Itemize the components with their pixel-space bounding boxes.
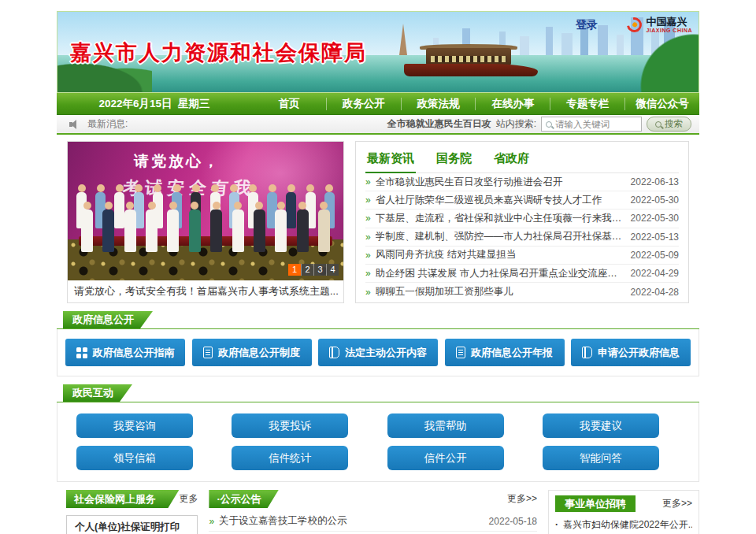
double-arrow-icon: » xyxy=(365,176,371,187)
complaint-button[interactable]: 我要投诉 xyxy=(232,413,348,438)
double-arrow-icon: » xyxy=(365,287,371,298)
tab-latest-news[interactable]: 最新资讯 xyxy=(365,146,416,173)
recruitment-title: 事业单位招聘 xyxy=(555,495,636,512)
social-insurance-title: 社会保险网上服务大厅 xyxy=(66,490,179,508)
news-list: »全市稳就业惠民生百日攻坚行动推进会召开2022-06-13 »省人社厅陈荣华二… xyxy=(365,173,679,301)
section-title: 政府信息公开 xyxy=(63,311,153,328)
more-link[interactable]: 更多>> xyxy=(507,492,537,506)
speaker-icon xyxy=(69,120,81,129)
more-link[interactable]: 更多>> xyxy=(662,497,692,510)
social-insurance-column: 社会保险网上服务大厅 更多 个人(单位)社保证明打印 办事指南 xyxy=(66,490,198,534)
site-title: 嘉兴市人力资源和社会保障局 xyxy=(70,39,367,67)
recruitment-column: 事业单位招聘 更多>> 嘉兴市妇幼保健院2022年公开... 2022年嘉兴市属… xyxy=(548,490,699,534)
photo-banner-line1: 请党放心， xyxy=(134,151,220,172)
search-icon xyxy=(655,121,662,128)
double-arrow-icon: » xyxy=(365,195,371,206)
disclosure-system-button[interactable]: 政府信息公开制度 xyxy=(192,339,312,366)
double-arrow-icon: » xyxy=(365,232,371,243)
people-front-row xyxy=(80,202,331,252)
double-arrow-icon: » xyxy=(365,268,371,279)
jiaxing-logo-icon xyxy=(624,14,645,35)
need-help-button[interactable]: 我需帮助 xyxy=(387,413,504,438)
logo-title: 中国嘉兴 xyxy=(646,17,692,28)
annual-report-button[interactable]: 政府信息公开年报 xyxy=(445,339,565,366)
news-ticker-bar: 最新消息: 全市稳就业惠民生百日攻 站内搜索: 搜索 xyxy=(57,115,699,135)
news-tabs: 最新资讯 国务院 省政府 xyxy=(365,146,679,173)
trees-graphic xyxy=(637,31,699,92)
news-item[interactable]: »学制度、建机制、强防控——市人力社保局召开社保基金要情专题学习会2022-05… xyxy=(365,228,679,247)
jiaxing-logo[interactable]: 中国嘉兴 JIAXING CHINA xyxy=(627,17,692,33)
tab-state-council[interactable]: 国务院 xyxy=(435,146,473,172)
main-nav: 2022年6月15日 星期三 首页 政务公开 政策法规 在线办事 专题专栏 微信… xyxy=(57,93,699,115)
carousel-caption[interactable]: 请党放心，考试安全有我！首届嘉兴市人事考试系统主题... xyxy=(68,280,343,302)
notices-column: ·公示公告 更多>> »关于设立嘉善技工学校的公示2022-05-18 »关于公… xyxy=(209,490,537,534)
disclosure-guide-button[interactable]: 政府信息公开指南 xyxy=(65,339,185,366)
logo-subtitle: JIAXING CHINA xyxy=(646,28,692,33)
nav-item-policies[interactable]: 政策法规 xyxy=(401,98,476,110)
double-arrow-icon: » xyxy=(365,250,371,261)
ticker-label: 最新消息: xyxy=(87,117,128,131)
leader-mailbox-button[interactable]: 领导信箱 xyxy=(76,446,193,470)
statutory-disclosure-button[interactable]: 法定主动公开内容 xyxy=(318,339,438,366)
tab-provincial-gov[interactable]: 省政府 xyxy=(492,146,531,172)
news-item[interactable]: »下基层、走流程，省社保和就业中心主任项薇一行来我市调研“国统”上线情况2022… xyxy=(365,210,679,228)
pager-button[interactable]: 4 xyxy=(326,264,339,276)
news-item[interactable]: »全市稳就业惠民生百日攻坚行动推进会召开2022-06-13 xyxy=(365,173,679,191)
smart-qa-button[interactable]: 智能问答 xyxy=(543,446,659,470)
document-icon xyxy=(456,347,465,358)
book-icon xyxy=(582,347,592,358)
nav-item-home[interactable]: 首页 xyxy=(252,98,326,110)
recruitment-item[interactable]: 嘉兴市妇幼保健院2022年公开... xyxy=(555,512,692,532)
header-banner: 嘉兴市人力资源和社会保障局 登录 中国嘉兴 JIAXING CHINA xyxy=(57,11,699,93)
suggestion-button[interactable]: 我要建议 xyxy=(543,413,659,438)
carousel-photo: 请党放心， 考试安全有我 1 2 3 xyxy=(68,142,343,280)
consult-button[interactable]: 我要咨询 xyxy=(76,413,193,438)
carousel-pager: 1 2 3 4 xyxy=(288,264,339,276)
nav-date: 2022年6月15日 星期三 xyxy=(57,97,252,111)
section-title: 政民互动 xyxy=(63,384,132,402)
campaign-text: 全市稳就业惠民生百日攻 xyxy=(387,117,491,131)
more-link[interactable]: 更多 xyxy=(179,492,198,506)
pager-button[interactable]: 3 xyxy=(313,264,326,276)
news-item[interactable]: »聊聊五一假期加班工资那些事儿2022-04-28 xyxy=(365,283,679,301)
grid-icon xyxy=(76,347,87,358)
news-panel: 最新资讯 国务院 省政府 »全市稳就业惠民生百日攻坚行动推进会召开2022-06… xyxy=(355,141,689,303)
pager-button[interactable]: 2 xyxy=(301,264,313,276)
section-info-disclosure: 政府信息公开 政府信息公开指南 政府信息公开制度 法定主动公开内容 政府信息公开… xyxy=(57,311,699,376)
letter-stats-button[interactable]: 信件统计 xyxy=(232,446,348,470)
book-icon xyxy=(329,347,339,358)
letter-disclosure-button[interactable]: 信件公开 xyxy=(387,446,504,470)
double-arrow-icon: » xyxy=(365,213,371,224)
notices-title: ·公示公告 xyxy=(209,490,278,508)
section-interaction: 政民互动 我要咨询 我要投诉 我需帮助 我要建议 领导信箱 信件统计 信件公开 … xyxy=(57,384,699,482)
search-icon xyxy=(546,121,552,128)
photo-carousel[interactable]: 请党放心， 考试安全有我 1 2 3 xyxy=(67,141,344,303)
page-content: 嘉兴市人力资源和社会保障局 登录 中国嘉兴 JIAXING CHINA 2022… xyxy=(57,11,699,534)
document-icon xyxy=(203,347,213,358)
site-search-label: 站内搜索: xyxy=(496,117,536,131)
nav-item-online-services[interactable]: 在线办事 xyxy=(475,98,550,110)
search-button[interactable]: 搜索 xyxy=(647,117,691,132)
news-item[interactable]: »风雨同舟齐抗疫 结对共建显担当2022-05-09 xyxy=(365,247,679,265)
search-box xyxy=(541,117,642,132)
pager-button[interactable]: 1 xyxy=(288,264,301,276)
nav-item-special-columns[interactable]: 专题专栏 xyxy=(550,98,624,110)
news-item[interactable]: »助企纾困 共谋发展 市人力社保局召开重点企业交流座谈会2022-04-29 xyxy=(365,265,679,283)
search-input[interactable] xyxy=(555,120,637,129)
notice-item[interactable]: »关于设立嘉善技工学校的公示2022-05-18 xyxy=(209,511,537,532)
insurance-cert-print-item[interactable]: 个人(单位)社保证明打印 xyxy=(66,515,198,534)
double-arrow-icon: » xyxy=(209,516,214,527)
news-item[interactable]: »省人社厅陈荣华二级巡视员来嘉兴调研专技人才工作2022-05-30 xyxy=(365,191,679,210)
red-boat-graphic xyxy=(404,40,538,76)
login-link[interactable]: 登录 xyxy=(576,18,598,32)
nav-item-wechat[interactable]: 微信公众号 xyxy=(624,98,699,110)
request-disclosure-button[interactable]: 申请公开政府信息 xyxy=(571,339,691,366)
nav-item-gov-disclosure[interactable]: 政务公开 xyxy=(326,98,401,110)
